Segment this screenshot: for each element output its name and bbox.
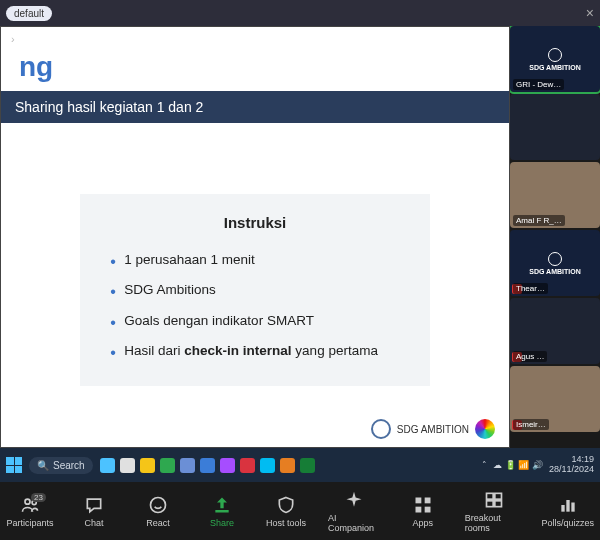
control-label: Breakout rooms: [465, 513, 524, 533]
tray-icons: ☁ 🔋 📶 🔊: [493, 460, 543, 470]
control-label: Share: [210, 518, 234, 528]
chat-icon: [84, 495, 104, 515]
tile-logo-text: SDG AMBITION: [529, 268, 580, 275]
clock-date: 28/11/2024: [549, 465, 594, 475]
breadcrumb: ›: [1, 27, 509, 51]
footer-text: SDG AMBITION: [397, 424, 469, 435]
participant-name: Amal F R_…: [513, 215, 565, 226]
system-tray[interactable]: ˄ ☁ 🔋 📶 🔊 14:19 28/11/2024: [482, 455, 594, 475]
participant-gallery: SDG AMBITIONGRI - Dew…Amal F R_…SDG AMBI…: [510, 26, 600, 448]
rooms-icon: [484, 490, 504, 510]
list-item: 1 perusahaan 1 menit: [108, 245, 401, 275]
control-label: React: [146, 518, 170, 528]
shield-icon: [276, 495, 296, 515]
control-label: Apps: [412, 518, 433, 528]
slide-body: Instruksi 1 perusahaan 1 menit SDG Ambit…: [1, 123, 509, 447]
taskbar-app-icon[interactable]: [180, 458, 195, 473]
taskbar-app-icon[interactable]: [200, 458, 215, 473]
participant-tile[interactable]: SDG AMBITIONGRI - Dew…: [510, 26, 600, 92]
participants-button[interactable]: Participants23: [8, 495, 52, 528]
svg-rect-9: [495, 493, 502, 499]
svg-rect-11: [495, 500, 502, 506]
svg-rect-5: [424, 497, 430, 503]
participant-name: Ismeir…: [513, 419, 549, 430]
svg-rect-8: [487, 493, 494, 499]
share-button[interactable]: Share: [200, 495, 244, 528]
slide-subtitle-bar: Sharing hasil kegiatan 1 dan 2: [1, 91, 509, 123]
svg-rect-10: [487, 500, 494, 506]
control-label: AI Companion: [328, 513, 381, 533]
sdg-wheel-icon: [475, 419, 495, 439]
host-tools-button[interactable]: Host tools: [264, 495, 308, 528]
clock[interactable]: 14:19 28/11/2024: [549, 455, 594, 475]
taskbar-app-icon[interactable]: [280, 458, 295, 473]
list-item: SDG Ambitions: [108, 275, 401, 305]
slide-footer-logos: SDG AMBITION: [371, 419, 495, 439]
taskbar-app-icon[interactable]: [240, 458, 255, 473]
participant-name: Agus …: [513, 351, 547, 362]
svg-rect-7: [424, 506, 430, 512]
react-button[interactable]: React: [136, 495, 180, 528]
participant-tile[interactable]: Ismeir…: [510, 366, 600, 432]
apps-button[interactable]: Apps: [401, 495, 445, 528]
windows-taskbar: 🔍 Search ˄ ☁ 🔋 📶 🔊 14:19 28/11/2024: [0, 448, 600, 482]
taskbar-apps: [100, 458, 315, 473]
chat-button[interactable]: Chat: [72, 495, 116, 528]
globe-icon: [548, 252, 562, 266]
svg-rect-3: [215, 510, 228, 513]
svg-point-2: [151, 497, 166, 512]
card-heading: Instruksi: [108, 214, 401, 231]
taskbar-app-icon[interactable]: [120, 458, 135, 473]
smile-icon: [148, 495, 168, 515]
svg-rect-13: [566, 500, 569, 512]
instruction-card: Instruksi 1 perusahaan 1 menit SDG Ambit…: [80, 194, 429, 386]
slide-title: ng: [1, 51, 509, 91]
grid-icon: [413, 495, 433, 515]
share-icon: [212, 495, 232, 515]
main-area: › ng Sharing hasil kegiatan 1 dan 2 Inst…: [0, 26, 600, 448]
participant-name: Thear…: [513, 283, 548, 294]
tile-logo-text: SDG AMBITION: [529, 64, 580, 71]
globe-icon: [548, 48, 562, 62]
polls-quizzes-button[interactable]: Polls/quizzes: [543, 495, 592, 528]
count-badge: 23: [31, 493, 46, 502]
shared-screen: › ng Sharing hasil kegiatan 1 dan 2 Inst…: [0, 26, 510, 448]
view-pill[interactable]: default: [6, 6, 52, 21]
taskbar-app-icon[interactable]: [160, 458, 175, 473]
breakout-rooms-button[interactable]: Breakout rooms: [465, 490, 524, 533]
participant-name: GRI - Dew…: [513, 79, 564, 90]
search-placeholder: Search: [53, 460, 85, 471]
spark-icon: [344, 490, 364, 510]
close-icon[interactable]: ×: [586, 5, 594, 21]
search-input[interactable]: 🔍 Search: [29, 457, 93, 474]
list-item: Goals dengan indikator SMART: [108, 306, 401, 336]
poll-icon: [558, 495, 578, 515]
globe-icon: [371, 419, 391, 439]
participant-tile[interactable]: [510, 94, 600, 160]
svg-rect-14: [571, 502, 574, 511]
search-icon: 🔍: [37, 460, 49, 471]
control-label: Chat: [84, 518, 103, 528]
taskbar-app-icon[interactable]: [140, 458, 155, 473]
svg-point-0: [25, 499, 30, 504]
tray-chevron-icon[interactable]: ˄: [482, 460, 487, 470]
bullet-list: 1 perusahaan 1 menit SDG Ambitions Goals…: [108, 245, 401, 366]
svg-rect-4: [415, 497, 421, 503]
taskbar-app-icon[interactable]: [300, 458, 315, 473]
taskbar-app-icon[interactable]: [220, 458, 235, 473]
control-label: Participants: [6, 518, 53, 528]
control-label: Host tools: [266, 518, 306, 528]
participant-tile[interactable]: Amal F R_…: [510, 162, 600, 228]
svg-rect-6: [415, 506, 421, 512]
topbar: default ×: [0, 0, 600, 26]
video-conf-window: default × › ng Sharing hasil kegiatan 1 …: [0, 0, 600, 540]
participant-tile[interactable]: Agus …: [510, 298, 600, 364]
start-button[interactable]: [6, 457, 22, 473]
list-item: Hasil dari check-in internal yang pertam…: [108, 336, 401, 366]
meeting-controls: Participants23ChatReactShareHost toolsAI…: [0, 482, 600, 540]
ai-companion-button[interactable]: AI Companion: [328, 490, 381, 533]
taskbar-app-icon[interactable]: [260, 458, 275, 473]
taskbar-app-icon[interactable]: [100, 458, 115, 473]
participant-tile[interactable]: SDG AMBITIONThear…: [510, 230, 600, 296]
svg-rect-12: [561, 505, 564, 512]
